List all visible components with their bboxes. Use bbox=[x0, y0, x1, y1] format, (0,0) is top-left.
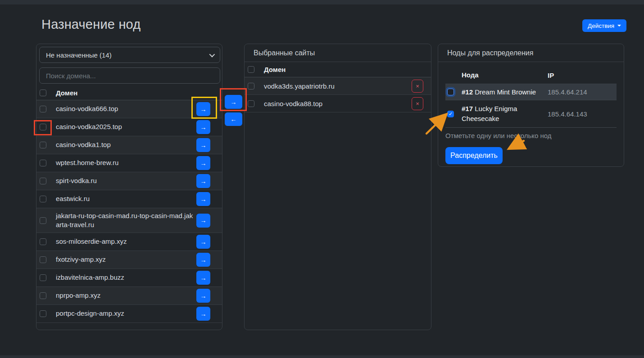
domain-checkbox[interactable] bbox=[40, 256, 46, 263]
domain-checkbox[interactable] bbox=[40, 217, 46, 224]
arrow-right-icon: → bbox=[200, 124, 207, 131]
site-checkbox[interactable] bbox=[248, 100, 254, 107]
domain-row: fxotzivy-amp.xyz → bbox=[36, 251, 222, 269]
distribute-button[interactable]: Распределить bbox=[445, 147, 503, 164]
window-bottom-strip bbox=[0, 355, 644, 358]
domain-row: casino-vodka666.top → bbox=[36, 100, 222, 118]
remove-site-button[interactable]: × bbox=[412, 80, 423, 93]
site-name: vodka3ds.yapatriotrb.ru bbox=[264, 82, 412, 90]
ip-column-header: IP bbox=[548, 72, 554, 79]
arrow-right-icon: → bbox=[200, 274, 207, 282]
caret-down-icon bbox=[617, 25, 621, 27]
arrow-right-icon: → bbox=[200, 178, 207, 185]
arrow-left-icon: ← bbox=[231, 116, 237, 123]
domain-checkbox[interactable] bbox=[40, 238, 46, 245]
domain-name: casino-vodka1.top bbox=[56, 140, 196, 149]
move-domain-right-button[interactable]: → bbox=[196, 214, 210, 228]
domain-row: casino-vodka1.top → bbox=[36, 136, 222, 154]
domain-name: izbavitelnica-amp.buzz bbox=[56, 273, 196, 282]
arrow-right-icon: → bbox=[200, 142, 207, 149]
domain-name: spirt-vodka.ru bbox=[56, 176, 196, 185]
move-domain-right-button[interactable]: → bbox=[196, 156, 210, 170]
domain-checkbox[interactable] bbox=[40, 178, 46, 184]
window-top-strip bbox=[0, 0, 644, 4]
chevron-down-icon bbox=[209, 51, 215, 57]
move-domain-right-button[interactable]: → bbox=[196, 289, 210, 303]
domain-name: wptest.home-brew.ru bbox=[56, 158, 196, 167]
domain-checkbox[interactable] bbox=[40, 292, 46, 299]
domain-name: casino-vodka2025.top bbox=[56, 122, 196, 131]
check-icon: ✓ bbox=[449, 112, 453, 116]
nodes-panel-header: Ноды для распределения bbox=[438, 44, 624, 62]
selected-site-row: vodka3ds.yapatriotrb.ru × bbox=[245, 77, 431, 95]
nodes-panel: Ноды для распределения Нода IP #12 Dream… bbox=[438, 44, 624, 167]
select-all-unassigned-checkbox[interactable] bbox=[40, 90, 46, 96]
move-domain-right-button[interactable]: → bbox=[196, 102, 210, 116]
remove-site-button[interactable]: × bbox=[412, 97, 423, 110]
arrow-right-icon: → bbox=[200, 217, 207, 224]
transfer-selected-left-button[interactable]: ← bbox=[225, 112, 242, 126]
node-row: #12 Dream Mint Brownie 185.4.64.214 bbox=[445, 84, 617, 100]
transfer-selected-right-button[interactable]: → bbox=[225, 95, 242, 109]
domain-row: nprpo-amp.xyz → bbox=[36, 287, 222, 305]
domain-checkbox[interactable] bbox=[40, 106, 46, 112]
arrow-right-icon: → bbox=[200, 196, 207, 203]
nodes-table-header: Нода IP bbox=[445, 67, 617, 84]
domain-name: portpc-design-amp.xyz bbox=[56, 309, 196, 318]
arrow-right-icon: → bbox=[200, 310, 207, 318]
selected-domain-column-header: Домен bbox=[264, 66, 286, 73]
domain-name: nprpo-amp.xyz bbox=[56, 291, 196, 300]
move-domain-right-button[interactable]: → bbox=[196, 235, 210, 249]
node-row: ✓ #17 Lucky Enigma Cheesecake 185.4.64.1… bbox=[445, 100, 617, 128]
node-column-header: Нода bbox=[462, 70, 548, 80]
assignment-filter-value: Не назначенные (14) bbox=[46, 51, 112, 59]
move-domain-right-button[interactable]: → bbox=[196, 307, 210, 321]
unassigned-domains-panel: Не назначенные (14) Домен casino-vodka66… bbox=[36, 44, 222, 330]
arrow-right-icon: → bbox=[200, 256, 207, 264]
domain-checkbox[interactable] bbox=[40, 160, 46, 166]
unassigned-table-header: Домен bbox=[36, 86, 222, 100]
site-checkbox[interactable] bbox=[248, 83, 254, 90]
node-checkbox[interactable]: ✓ bbox=[447, 111, 454, 117]
actions-dropdown-button[interactable]: Действия bbox=[582, 19, 626, 32]
domain-row: casino-vodka2025.top → bbox=[36, 118, 222, 136]
site-name: casino-vodka88.top bbox=[264, 100, 412, 107]
move-domain-right-button[interactable]: → bbox=[196, 138, 210, 152]
domain-checkbox[interactable] bbox=[40, 310, 46, 317]
close-icon: × bbox=[416, 100, 419, 107]
selected-sites-table-header: Домен bbox=[245, 62, 431, 77]
domain-search-input[interactable] bbox=[46, 72, 213, 80]
selected-sites-header: Выбранные сайты bbox=[245, 44, 431, 62]
page-title: Назначение нод bbox=[41, 17, 141, 32]
domain-row: wptest.home-brew.ru → bbox=[36, 154, 222, 172]
actions-dropdown-label: Действия bbox=[588, 22, 614, 29]
node-ip: 185.4.64.214 bbox=[548, 88, 587, 96]
domain-checkbox[interactable] bbox=[40, 142, 46, 148]
domain-search-field bbox=[39, 67, 220, 84]
domain-checkbox[interactable] bbox=[40, 196, 46, 202]
domain-name: sos-miloserdie-amp.xyz bbox=[56, 237, 196, 246]
move-domain-right-button[interactable]: → bbox=[196, 271, 210, 285]
move-domain-right-button[interactable]: → bbox=[196, 253, 210, 267]
move-domain-right-button[interactable]: → bbox=[196, 192, 210, 206]
node-name: #12 Dream Mint Brownie bbox=[462, 87, 548, 97]
close-icon: × bbox=[416, 83, 419, 90]
select-all-selected-checkbox[interactable] bbox=[248, 66, 254, 73]
domain-row: spirt-vodka.ru → bbox=[36, 172, 222, 190]
move-domain-right-button[interactable]: → bbox=[196, 120, 210, 134]
selected-site-row: casino-vodka88.top × bbox=[245, 95, 431, 112]
domain-name: fxotzivy-amp.xyz bbox=[56, 255, 196, 264]
node-name: #17 Lucky Enigma Cheesecake bbox=[462, 104, 536, 124]
assignment-filter-select[interactable]: Не назначенные (14) bbox=[39, 47, 220, 63]
domain-checkbox[interactable] bbox=[40, 124, 46, 130]
domain-row: sos-miloserdie-amp.xyz → bbox=[36, 233, 222, 251]
nodes-hint-text: Отметьте одну или несколько нод bbox=[445, 132, 617, 139]
unassigned-domain-column-header: Домен bbox=[56, 89, 77, 97]
arrow-right-icon: → bbox=[231, 98, 237, 106]
unassigned-domain-list: casino-vodka666.top → casino-vodka2025.t… bbox=[36, 100, 222, 323]
move-domain-right-button[interactable]: → bbox=[196, 174, 210, 188]
nodes-panel-body: Нода IP #12 Dream Mint Brownie 185.4.64.… bbox=[438, 62, 624, 171]
node-checkbox[interactable] bbox=[447, 89, 454, 95]
domain-row: eastwick.ru → bbox=[36, 190, 222, 208]
domain-checkbox[interactable] bbox=[40, 274, 46, 281]
